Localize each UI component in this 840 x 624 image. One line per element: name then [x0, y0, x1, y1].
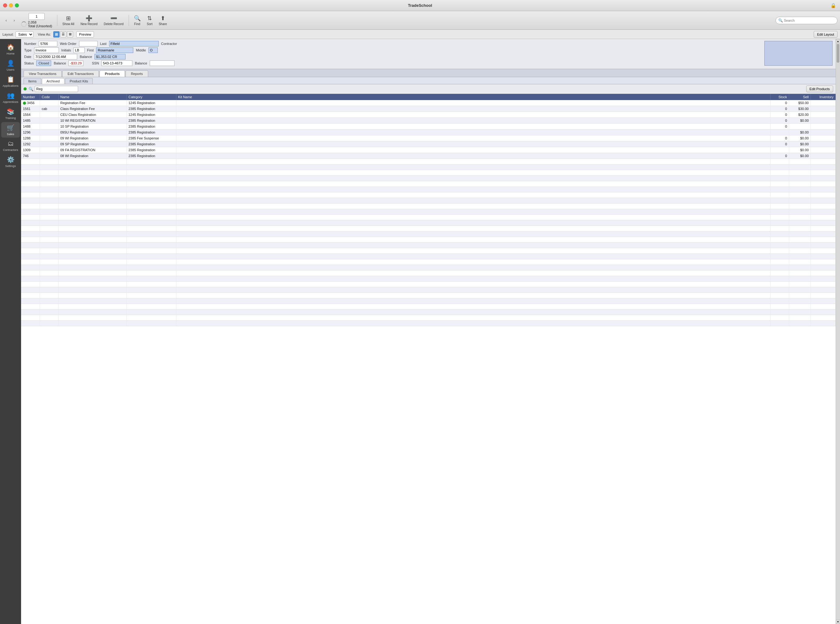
empty-row: [21, 298, 836, 304]
tab-products[interactable]: Products: [99, 70, 125, 77]
type-field[interactable]: [34, 47, 59, 53]
sidebar-applications-label: Applications: [3, 84, 18, 87]
empty-row: [21, 293, 836, 298]
cell-stock: 0: [770, 135, 789, 141]
table-row[interactable]: 1485 10 WI REGISTRATION 2385 Registratio…: [21, 118, 836, 124]
cell-name: Registration Fee: [58, 100, 127, 106]
tab-view-transactions[interactable]: View Transactions: [23, 70, 62, 77]
subtab-archived[interactable]: Archived: [42, 78, 65, 84]
toolbar: ‹ › 2,058 Total (Unsorted) ⊞ Show All ➕ …: [0, 11, 840, 30]
view-as-label: View As:: [38, 32, 51, 36]
sidebar-item-training[interactable]: 📚 Training: [1, 106, 20, 122]
empty-row: [21, 232, 836, 237]
subtab-items[interactable]: Items: [23, 78, 41, 84]
col-header-category[interactable]: Category: [127, 94, 176, 100]
share-button[interactable]: ⬆ Share: [156, 13, 170, 28]
back-button[interactable]: ‹: [3, 17, 10, 24]
sidebar-item-apprentices[interactable]: 👥 Apprentices: [1, 90, 20, 105]
ssn-field[interactable]: [101, 60, 132, 66]
scroll-up-arrow[interactable]: ▲: [836, 39, 840, 43]
cell-number: 1561: [21, 106, 40, 112]
scroll-thumb[interactable]: [837, 44, 839, 63]
sidebar-item-sales[interactable]: 🛒 Sales: [1, 122, 20, 137]
scrollbar-right[interactable]: ▲ ▼: [836, 39, 840, 624]
product-search-bar: 🔍 Edit Products: [21, 84, 836, 94]
new-record-button[interactable]: ➕ New Record: [78, 13, 100, 28]
close-button[interactable]: [3, 3, 7, 8]
search-box[interactable]: 🔍: [775, 17, 837, 24]
first-field[interactable]: [96, 47, 133, 53]
initials-field[interactable]: [73, 47, 85, 53]
sidebar-item-users[interactable]: 👤 Users: [1, 58, 20, 73]
tab-edit-transactions[interactable]: Edit Transactions: [62, 70, 99, 77]
edit-products-button[interactable]: Edit Products: [806, 85, 833, 92]
main: 🏠 Home 👤 Users 📋 Applications 👥 Apprenti…: [0, 39, 840, 624]
cell-name: 10 WI REGISTRATION: [58, 118, 127, 124]
edit-layout-button[interactable]: Edit Layout: [814, 31, 837, 38]
col-header-number[interactable]: Number: [21, 94, 40, 100]
cell-category: 2385 Registration: [127, 106, 176, 112]
sidebar-item-applications[interactable]: 📋 Applications: [1, 74, 20, 89]
view-list-button[interactable]: ☰: [60, 31, 67, 37]
cell-kitname: [176, 130, 770, 135]
view-table-button[interactable]: ⊞: [67, 31, 73, 37]
balance-top-value: $1,353.02 CR: [94, 54, 125, 59]
find-button[interactable]: 🔍 Find: [131, 13, 143, 28]
table-row[interactable]: 3456 Registration Fee 1245 Registration …: [21, 100, 836, 106]
empty-row: [21, 176, 836, 181]
date-field[interactable]: [34, 54, 77, 59]
scroll-down-arrow[interactable]: ▼: [836, 620, 840, 624]
table-row[interactable]: 1564 CEU Class Registration 1245 Registr…: [21, 112, 836, 118]
table-row[interactable]: 746 08 WI Registration 2385 Registration…: [21, 153, 836, 159]
content-area: Number Web Order Last Contractor Type In…: [21, 39, 836, 624]
col-header-name[interactable]: Name: [58, 94, 127, 100]
sort-button[interactable]: ⇅ Sort: [144, 13, 155, 28]
view-form-button[interactable]: ▦: [53, 31, 59, 37]
record-number-input[interactable]: [28, 13, 45, 20]
col-header-stock[interactable]: Stock: [770, 94, 789, 100]
empty-row: [21, 321, 836, 326]
web-order-field[interactable]: [79, 41, 97, 46]
number-field[interactable]: [39, 41, 57, 46]
balance-right-field[interactable]: [150, 60, 175, 66]
cell-sell: $20.00: [789, 112, 811, 118]
spinner-icon: [21, 22, 27, 27]
cell-inventory: [811, 135, 836, 141]
cell-code: [40, 135, 58, 141]
separator-2: [128, 15, 129, 26]
cell-name: 08 WI Registration: [58, 153, 127, 159]
table-row[interactable]: 1488 10 SP Registration 2385 Registratio…: [21, 124, 836, 130]
cell-sell: $0.00: [789, 141, 811, 147]
layout-bar: Layout: Sales View As: ▦ ☰ ⊞ Preview Edi…: [0, 30, 840, 39]
layout-select[interactable]: Sales: [15, 31, 34, 37]
sidebar-item-home[interactable]: 🏠 Home: [1, 42, 20, 57]
contractor-panel: [764, 41, 832, 66]
share-icon: ⬆: [161, 15, 165, 22]
tab-reports[interactable]: Reports: [125, 70, 148, 77]
sidebar-item-contractors[interactable]: 🗂 Contractors: [1, 138, 20, 153]
col-header-sell[interactable]: Sell: [789, 94, 811, 100]
subtab-product-kits[interactable]: Product Kits: [65, 78, 93, 84]
table-row[interactable]: 1309 09 FA REGISTRATION 2385 Registratio…: [21, 147, 836, 153]
maximize-button[interactable]: [15, 3, 19, 8]
show-all-button[interactable]: ⊞ Show All: [60, 13, 77, 28]
delete-record-button[interactable]: ➖ Delete Record: [101, 13, 126, 28]
cell-kitname: [176, 112, 770, 118]
col-header-inventory[interactable]: Inventory: [811, 94, 836, 100]
sidebar-item-settings[interactable]: ⚙️ Settings: [1, 154, 20, 170]
forward-button[interactable]: ›: [11, 17, 18, 24]
search-input[interactable]: [784, 19, 835, 22]
col-header-kitname[interactable]: Kit Name: [176, 94, 770, 100]
preview-button[interactable]: Preview: [76, 31, 94, 37]
middle-field[interactable]: [149, 47, 158, 53]
table-row[interactable]: 1561 cab Class Registration Fee 2385 Reg…: [21, 106, 836, 112]
minimize-button[interactable]: [9, 3, 13, 8]
table-row[interactable]: 1296 09SU Registration 2385 Registration…: [21, 130, 836, 135]
table-row[interactable]: 1292 09 SP Registration 2385 Registratio…: [21, 141, 836, 147]
col-header-code[interactable]: Code: [40, 94, 58, 100]
cell-stock: 0: [770, 153, 789, 159]
product-search-input[interactable]: [35, 86, 78, 92]
cell-inventory: [811, 147, 836, 153]
last-field[interactable]: [109, 41, 159, 46]
table-row[interactable]: 1288 09 WI Registration 2385 Fee Suspens…: [21, 135, 836, 141]
